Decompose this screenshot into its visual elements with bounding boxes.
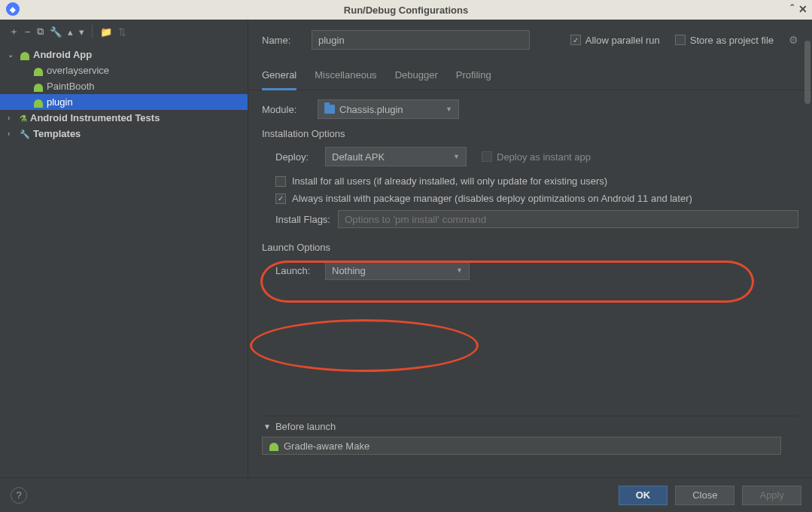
before-launch-label: Before launch	[275, 421, 336, 432]
tree-label: Android App	[33, 49, 92, 60]
check-label: Deploy as instant app	[497, 151, 591, 163]
sort-icon[interactable]: ⇅	[118, 26, 126, 38]
down-icon[interactable]: ▾	[79, 26, 84, 38]
gear-icon[interactable]: ⚙	[789, 34, 798, 46]
checkbox-icon	[275, 176, 286, 187]
install-flags-label: Install Flags:	[275, 214, 330, 225]
folder-icon[interactable]: 📁	[100, 26, 112, 38]
tree-group-instrumented[interactable]: › Android Instrumented Tests	[0, 110, 248, 126]
chevron-right-icon: ›	[8, 130, 17, 138]
check-label: Allow parallel run	[585, 35, 660, 46]
checkbox-icon	[570, 35, 581, 45]
module-label: Module:	[262, 104, 310, 115]
chevron-right-icon: ›	[8, 114, 17, 122]
store-project-check[interactable]: Store as project file	[675, 35, 774, 46]
titlebar: ◆ Run/Debug Configurations ˆ ✕	[0, 0, 812, 20]
tree-label: overlayservice	[47, 65, 109, 76]
checkbox-icon	[275, 194, 286, 204]
dropdown-value: Chassis.plugin	[339, 104, 403, 115]
check-label: Install for all users (if already instal…	[292, 175, 607, 187]
flask-icon	[20, 112, 27, 123]
tree-label: Templates	[33, 128, 81, 139]
name-label: Name:	[262, 35, 304, 46]
android-icon	[33, 97, 44, 108]
edit-icon[interactable]: 🔧	[50, 26, 62, 38]
launch-label: Launch:	[275, 265, 318, 276]
ok-button[interactable]: OK	[619, 486, 668, 505]
close-window-icon[interactable]: ✕	[798, 3, 807, 15]
android-icon	[20, 50, 30, 60]
android-icon	[269, 440, 279, 451]
tree-item-plugin[interactable]: plugin	[0, 94, 248, 110]
tab-debugger[interactable]: Debugger	[395, 69, 438, 90]
chevron-down-icon: ▼	[456, 267, 463, 274]
before-launch-item[interactable]: Gradle-aware Make	[262, 437, 781, 455]
tree-item-overlayservice[interactable]: overlayservice	[0, 62, 248, 78]
chevron-down-icon: ▼	[453, 153, 460, 160]
install-flags-input[interactable]	[338, 210, 798, 228]
check-label: Always install with package manager (dis…	[292, 193, 692, 204]
always-package-manager-check[interactable]: Always install with package manager (dis…	[275, 193, 798, 204]
window-title: Run/Debug Configurations	[344, 5, 468, 16]
tab-profiling[interactable]: Profiling	[456, 69, 491, 90]
up-icon[interactable]: ▴	[68, 26, 73, 38]
toolbar-separator	[92, 25, 93, 38]
content-panel: Name: Allow parallel run Store as projec…	[248, 20, 812, 477]
deploy-dropdown[interactable]: Default APK ▼	[325, 147, 467, 166]
minimize-icon[interactable]: ˆ	[790, 3, 794, 15]
tree-item-paintbooth[interactable]: PaintBooth	[0, 78, 248, 94]
tree-group-android-app[interactable]: ⌄ Android App	[0, 47, 248, 62]
before-launch-item-label: Gradle-aware Make	[284, 440, 370, 452]
module-dropdown[interactable]: Chassis.plugin ▼	[318, 99, 459, 119]
sidebar-toolbar: ＋ − ⧉ 🔧 ▴ ▾ 📁 ⇅	[0, 20, 248, 44]
footer: ? OK Close Apply	[0, 477, 812, 512]
name-input[interactable]	[312, 30, 530, 50]
android-icon	[33, 81, 44, 92]
help-button[interactable]: ?	[11, 487, 27, 504]
tree-label: Android Instrumented Tests	[30, 112, 160, 123]
annotation-ellipse	[250, 319, 479, 372]
tab-misc[interactable]: Miscellaneous	[315, 69, 376, 90]
config-tree: ⌄ Android App overlayservice PaintBooth …	[0, 44, 248, 142]
tree-label: PaintBooth	[47, 81, 95, 92]
install-all-users-check[interactable]: Install for all users (if already instal…	[275, 175, 798, 187]
general-panel: Module: Chassis.plugin ▼ Installation Op…	[248, 90, 812, 464]
copy-config-icon[interactable]: ⧉	[37, 26, 44, 38]
deploy-instant-check[interactable]: Deploy as instant app	[482, 151, 591, 163]
add-config-icon[interactable]: ＋	[9, 25, 19, 38]
app-icon: ◆	[6, 2, 20, 16]
remove-config-icon[interactable]: −	[25, 26, 31, 38]
dropdown-value: Nothing	[332, 265, 366, 276]
check-label: Store as project file	[690, 35, 774, 46]
launch-dropdown[interactable]: Nothing ▼	[325, 261, 470, 280]
tabs: General Miscellaneous Debugger Profiling	[248, 56, 812, 90]
checkbox-icon	[482, 151, 492, 162]
apply-button[interactable]: Apply	[742, 486, 801, 505]
sidebar: ＋ − ⧉ 🔧 ▴ ▾ 📁 ⇅ ⌄ Android App overlayser…	[0, 20, 248, 477]
chevron-down-icon: ▼	[263, 422, 271, 431]
tree-label: plugin	[47, 96, 73, 108]
module-folder-icon	[324, 105, 335, 114]
chevron-down-icon: ▼	[446, 105, 452, 113]
wrench-icon	[20, 128, 30, 139]
tree-group-templates[interactable]: › Templates	[0, 126, 248, 142]
before-launch-toggle[interactable]: ▼ Before launch	[262, 416, 798, 437]
checkbox-icon	[675, 35, 686, 45]
launch-section-label: Launch Options	[262, 242, 798, 253]
android-icon	[33, 66, 44, 76]
tab-general[interactable]: General	[262, 69, 297, 90]
chevron-down-icon: ⌄	[8, 50, 17, 59]
deploy-label: Deploy:	[275, 151, 318, 163]
allow-parallel-check[interactable]: Allow parallel run	[570, 35, 660, 46]
install-section-label: Installation Options	[262, 128, 798, 139]
close-button[interactable]: Close	[675, 486, 734, 505]
dropdown-value: Default APK	[332, 151, 385, 163]
